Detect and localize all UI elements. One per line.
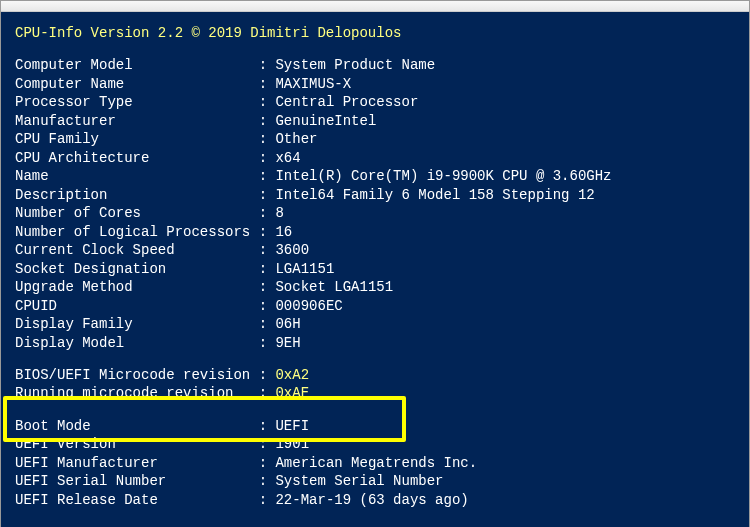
field-running-microcode: Running microcode revision : 0xAE xyxy=(15,384,739,402)
field-processor-type: Processor Type : Central Processor xyxy=(15,93,739,111)
terminal-output[interactable]: CPU-Info Version 2.2 © 2019 Dimitri Delo… xyxy=(1,12,749,527)
field-cpuid: CPUID : 000906EC xyxy=(15,297,739,315)
window-titlebar[interactable] xyxy=(1,1,749,12)
field-cores: Number of Cores : 8 xyxy=(15,204,739,222)
field-logical: Number of Logical Processors : 16 xyxy=(15,223,739,241)
app-copyright: © 2019 Dimitri Delopoulos xyxy=(191,25,401,41)
field-display-family: Display Family : 06H xyxy=(15,315,739,333)
field-socket: Socket Designation : LGA1151 xyxy=(15,260,739,278)
field-uefi-manufacturer: UEFI Manufacturer : American Megatrends … xyxy=(15,454,739,472)
field-name: Name : Intel(R) Core(TM) i9-9900K CPU @ … xyxy=(15,167,739,185)
field-cpu-arch: CPU Architecture : x64 xyxy=(15,149,739,167)
bios-microcode-value: 0xA2 xyxy=(275,367,309,383)
field-uefi-serial: UEFI Serial Number : System Serial Numbe… xyxy=(15,472,739,490)
terminal-window: CPU-Info Version 2.2 © 2019 Dimitri Delo… xyxy=(0,0,750,527)
field-description: Description : Intel64 Family 6 Model 158… xyxy=(15,186,739,204)
field-uefi-date: UEFI Release Date : 22-Mar-19 (63 days a… xyxy=(15,491,739,509)
section-spacer xyxy=(15,352,739,366)
section-spacer xyxy=(15,403,739,417)
field-clock: Current Clock Speed : 3600 xyxy=(15,241,739,259)
field-display-model: Display Model : 9EH xyxy=(15,334,739,352)
field-upgrade: Upgrade Method : Socket LGA1151 xyxy=(15,278,739,296)
running-microcode-value: 0xAE xyxy=(275,385,309,401)
field-cpu-family: CPU Family : Other xyxy=(15,130,739,148)
field-computer-model: Computer Model : System Product Name xyxy=(15,56,739,74)
app-header: CPU-Info Version 2.2 © 2019 Dimitri Delo… xyxy=(15,24,739,42)
field-bios-microcode: BIOS/UEFI Microcode revision : 0xA2 xyxy=(15,366,739,384)
app-name: CPU-Info Version 2.2 xyxy=(15,25,183,41)
field-computer-name: Computer Name : MAXIMUS-X xyxy=(15,75,739,93)
field-uefi-version: UEFI Version : 1901 xyxy=(15,435,739,453)
field-boot-mode: Boot Mode : UEFI xyxy=(15,417,739,435)
field-manufacturer: Manufacturer : GenuineIntel xyxy=(15,112,739,130)
